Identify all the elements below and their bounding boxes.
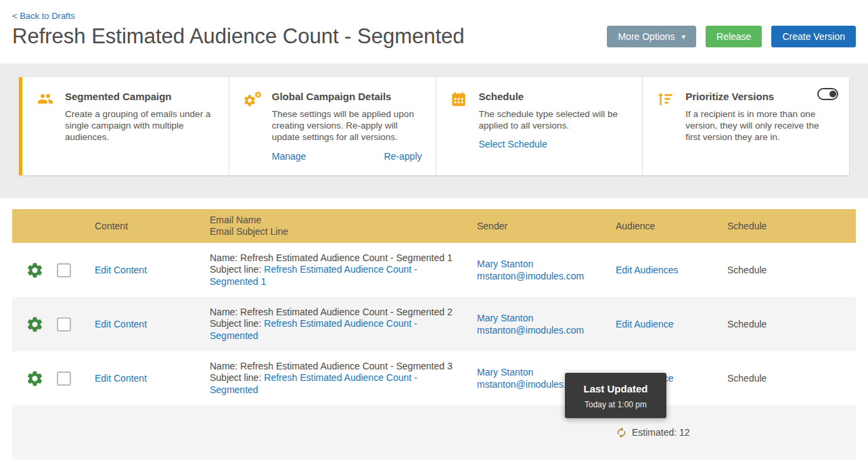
version-checkbox[interactable] — [57, 317, 71, 332]
prioritize-versions-toggle[interactable] — [817, 88, 838, 100]
version-checkbox[interactable] — [57, 371, 71, 386]
users-icon — [36, 89, 56, 162]
table-header-row: Content Email Name Email Subject Line Se… — [12, 209, 856, 243]
subject-line-label: Subject line: — [210, 372, 261, 383]
schedule-action[interactable]: Schedule — [727, 265, 856, 275]
create-version-button[interactable]: Create Version — [771, 26, 856, 47]
table-footer-band: Estimated: 12 — [12, 405, 856, 459]
email-name-text: Name: Refresh Estimated Audience Count -… — [210, 252, 453, 263]
edit-audience-link[interactable]: Edit Audience — [616, 319, 727, 330]
sender-name-link[interactable]: Mary Stanton — [477, 312, 616, 324]
reapply-link[interactable]: Re-apply — [384, 151, 421, 162]
header-email-subject: Email Subject Line — [210, 226, 470, 238]
back-to-drafts-link[interactable]: < Back to Drafts — [12, 11, 75, 21]
version-row-1: Edit Content Name: Refresh Estimated Aud… — [12, 243, 856, 297]
more-options-button[interactable]: More Options ▾ — [607, 26, 696, 47]
global-campaign-details-description: These settings will be applied upon crea… — [272, 108, 422, 143]
campaign-info-panel: Segmented Campaign Create a grouping of … — [0, 64, 868, 198]
tooltip-title: Last Updated — [572, 383, 660, 394]
sender-email-link[interactable]: mstanton@imodules.com — [477, 270, 616, 282]
email-cell: Name: Refresh Estimated Audience Count -… — [210, 361, 477, 397]
global-campaign-details-title: Global Campaign Details — [272, 91, 422, 102]
version-row-2: Edit Content Name: Refresh Estimated Aud… — [12, 297, 856, 351]
release-button[interactable]: Release — [706, 26, 762, 47]
subject-line-label: Subject line: — [210, 318, 261, 329]
sender-email-link[interactable]: mstanton@imodules.com — [477, 324, 616, 336]
version-row-3: Edit Content Name: Refresh Estimated Aud… — [12, 351, 856, 405]
edit-content-link[interactable]: Edit Content — [95, 373, 210, 384]
last-updated-tooltip: Last Updated Today at 1:00 pm — [565, 373, 666, 418]
create-version-label: Create Version — [782, 31, 845, 42]
schedule-card-description: The schedule type selected will be appli… — [479, 108, 629, 131]
versions-table: Content Email Name Email Subject Line Se… — [12, 209, 856, 459]
segmented-campaign-title: Segmented Campaign — [65, 91, 215, 102]
edit-content-link[interactable]: Edit Content — [95, 319, 210, 330]
segmented-campaign-card: Segmented Campaign Create a grouping of … — [22, 77, 229, 175]
estimated-audience: Estimated: 12 — [616, 427, 856, 438]
header-audience: Audience — [616, 221, 727, 232]
email-name-text: Name: Refresh Estimated Audience Count -… — [210, 307, 453, 317]
row-settings-gear-icon[interactable] — [26, 369, 44, 388]
schedule-card-title: Schedule — [479, 91, 629, 102]
page-header: < Back to Drafts Refresh Estimated Audie… — [0, 0, 868, 49]
row-settings-gear-icon[interactable] — [26, 315, 44, 334]
sender-cell: Mary Stanton mstanton@imodules.com — [477, 258, 616, 282]
tooltip-body: Today at 1:00 pm — [572, 400, 660, 409]
header-actions: More Options ▾ Release Create Version — [607, 26, 856, 47]
estimated-count-text: Estimated: 12 — [632, 427, 690, 438]
prioritize-versions-title: Prioritize Versions — [685, 91, 836, 102]
refresh-estimate-icon[interactable] — [616, 427, 627, 438]
schedule-action[interactable]: Schedule — [727, 319, 856, 330]
caret-down-icon: ▾ — [681, 32, 685, 41]
subject-line-label: Subject line: — [210, 264, 261, 275]
edit-audiences-link[interactable]: Edit Audiences — [616, 265, 727, 275]
schedule-action[interactable]: Schedule — [727, 373, 856, 384]
select-schedule-link[interactable]: Select Schedule — [479, 139, 547, 150]
schedule-card: Schedule The schedule type selected will… — [436, 77, 643, 175]
calendar-icon — [450, 89, 470, 162]
prioritize-versions-description: If a recipient is in more than one versi… — [685, 108, 836, 143]
version-checkbox[interactable] — [57, 263, 71, 277]
more-options-label: More Options — [618, 31, 675, 42]
row-settings-gear-icon[interactable] — [26, 261, 44, 279]
gears-icon — [243, 89, 263, 162]
campaign-info-card: Segmented Campaign Create a grouping of … — [19, 77, 849, 175]
edit-content-link[interactable]: Edit Content — [95, 265, 210, 275]
release-label: Release — [716, 31, 751, 42]
manage-link[interactable]: Manage — [272, 151, 306, 162]
page-title: Refresh Estimated Audience Count - Segme… — [12, 24, 465, 49]
email-cell: Name: Refresh Estimated Audience Count -… — [210, 307, 477, 342]
header-schedule: Schedule — [727, 221, 856, 232]
sender-name-link[interactable]: Mary Stanton — [477, 258, 616, 270]
email-name-text: Name: Refresh Estimated Audience Count -… — [210, 361, 453, 371]
prioritize-versions-card: Prioritize Versions If a recipient is in… — [643, 77, 849, 175]
header-sender: Sender — [477, 221, 616, 232]
header-content: Content — [95, 221, 210, 232]
segmented-campaign-description: Create a grouping of emails under a sing… — [65, 108, 215, 143]
global-campaign-details-card: Global Campaign Details These settings w… — [229, 77, 436, 175]
sender-cell: Mary Stanton mstanton@imodules.com — [477, 312, 616, 336]
prioritize-sort-icon — [656, 89, 677, 162]
header-email-name: Email Name — [210, 214, 470, 226]
email-cell: Name: Refresh Estimated Audience Count -… — [210, 252, 477, 288]
header-email: Email Name Email Subject Line — [210, 214, 477, 238]
